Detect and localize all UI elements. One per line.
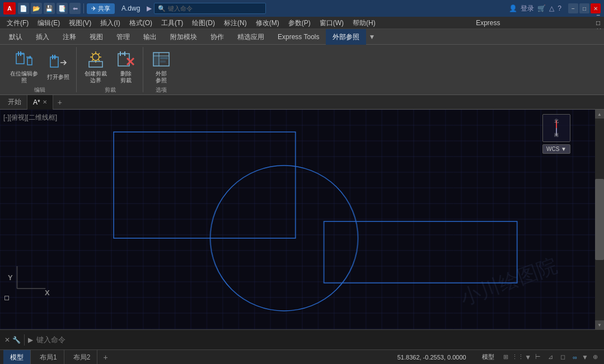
tab-view[interactable]: 视图 [83,29,110,45]
menu-edit[interactable]: 编辑(E) [33,17,64,29]
drawing-canvas[interactable] [0,110,604,329]
status-tab-add[interactable]: + [100,353,111,362]
scroll-down-button[interactable]: ▼ [595,320,604,329]
tab-drawing-label: A* [33,98,40,106]
menu-view[interactable]: 视图(V) [64,17,96,29]
menu-file[interactable]: 文件(F) [2,17,33,29]
menu-format[interactable]: 格式(O) [125,17,157,29]
command-icons: ✕ 🔧 [4,336,21,344]
login-label[interactable]: 登录 [521,4,534,13]
cmd-settings-icon[interactable]: ✕ [4,336,10,344]
delete-clip-button[interactable]: 删除剪裁 [113,47,139,86]
menu-dimension[interactable]: 标注(N) [219,17,251,29]
otrack-toggle[interactable]: ∞ [569,352,580,363]
origin-dot [4,296,9,300]
minimize-button[interactable]: − [568,3,578,13]
status-tab-layout1[interactable]: 布局1 [33,350,64,365]
tab-drawing[interactable]: A* ✕ [27,95,53,110]
tab-insert[interactable]: 插入 [29,29,56,45]
new-icon[interactable]: 📄 [18,3,29,14]
menu-params[interactable]: 参数(P) [284,17,315,29]
save-icon[interactable]: 💾 [44,3,55,14]
compass-arrow [556,120,557,136]
menu-insert[interactable]: 插入(I) [96,17,124,29]
menu-window[interactable]: 窗口(W) [315,17,348,29]
ribbon-group-clip-content: 创建剪裁边界 删除剪裁 [81,47,139,86]
cmd-wrench-icon[interactable]: 🔧 [12,336,21,344]
app-logo: A [3,2,16,15]
ortho-toggle[interactable]: ⊢ [532,352,544,363]
menu-tools[interactable]: 工具(T) [157,17,188,29]
child-restore-button[interactable]: □ [596,19,602,27]
cmd-separator [24,334,25,346]
in-place-edit-icon [14,49,34,69]
tab-external-ref[interactable]: 外部参照 [326,29,366,45]
tab-start[interactable]: 开始 [2,95,27,110]
scroll-thumb[interactable] [595,179,604,259]
status-mode-label: 模型 [479,353,498,361]
help-icon[interactable]: ? [558,4,561,12]
menu-draw[interactable]: 绘图(D) [188,17,219,29]
compass-inner [546,118,566,138]
create-clip-button[interactable]: 创建剪裁边界 [81,47,110,86]
osnap-toggle[interactable]: ◻ [557,352,568,363]
y-axis-label: Y [8,273,13,282]
group-edit-label: 编辑 [34,86,45,95]
tab-manage[interactable]: 管理 [110,29,137,45]
tab-addons[interactable]: 附加模块 [163,29,204,45]
scroll-track[interactable] [595,119,604,320]
tab-express-tools[interactable]: Express Tools [271,29,326,45]
grid-toggle[interactable]: ⊞ [500,352,511,363]
status-dropdown1[interactable]: ▼ [525,353,531,361]
tab-collaborate[interactable]: 协作 [204,29,231,45]
polar-toggle[interactable]: ⊿ [545,352,556,363]
tab-output[interactable]: 输出 [137,29,163,45]
child-minimize-button[interactable]: − [596,11,602,19]
menu-help[interactable]: 帮助(H) [348,17,380,29]
status-tab-layout2[interactable]: 布局2 [67,350,98,365]
tab-add-button[interactable]: + [53,98,67,107]
open-ref-button[interactable]: 打开参照 [44,50,73,83]
search-icon: 🔍 [158,5,166,12]
cmd-prompt-icon: ▶ [28,336,33,344]
x-axis-label: X [45,289,50,297]
vertical-scrollbar[interactable]: ▲ ▼ [595,110,604,329]
toolbar-separator [83,3,84,13]
search-box[interactable]: 🔍 键入命令 [154,3,266,14]
delete-clip-label: 删除剪裁 [120,70,132,84]
snap-toggle[interactable]: ⋮⋮ [512,352,523,363]
svg-rect-29 [160,57,168,59]
filename-label: A.dwg [121,4,140,12]
save-as-icon[interactable]: 📑 [57,3,68,14]
command-input[interactable] [36,335,600,344]
create-clip-icon [86,49,106,69]
open-ref-icon [48,53,68,73]
open-file-icon[interactable]: 📂 [31,3,42,14]
share-button[interactable]: ✈ 共享 [87,3,115,14]
svg-rect-4 [27,58,32,65]
tab-default[interactable]: 默认 [2,29,29,45]
ribbon-tab-more[interactable]: ▼ [368,33,375,41]
tab-drawing-close[interactable]: ✕ [43,99,47,105]
status-dropdown2[interactable]: ▼ [582,353,588,361]
menu-modify[interactable]: 修改(M) [251,17,284,29]
menu-express[interactable]: Express [471,19,504,27]
ucs-toggle[interactable]: ⊕ [589,352,601,363]
tab-annotation[interactable]: 注释 [56,29,83,45]
menu-bar: 文件(F) 编辑(E) 视图(V) 插入(I) 格式(O) 工具(T) 绘图(D… [0,17,604,29]
svg-line-15 [98,59,100,61]
create-clip-label: 创建剪裁边界 [85,70,107,84]
restore-button[interactable]: □ [579,3,589,13]
open-ref-label: 打开参照 [47,74,69,81]
scroll-up-button[interactable]: ▲ [595,110,604,119]
wcs-button[interactable]: WCS ▼ [542,144,570,154]
svg-line-17 [92,59,93,61]
in-place-edit-button[interactable]: 在位编辑参照 [7,47,41,86]
svg-rect-26 [153,53,159,66]
nav-icon[interactable]: ⬅ [69,3,81,14]
external-ref-panel-button[interactable]: 外部参照 [148,47,175,86]
canvas-wrapper[interactable]: [-][俯视][二维线框] WCS ▼ 小川绘图院 Y X ▲ [0,110,604,329]
share-label: 共享 [98,4,110,13]
status-tab-model[interactable]: 模型 [3,350,31,365]
tab-featured[interactable]: 精选应用 [231,29,271,45]
